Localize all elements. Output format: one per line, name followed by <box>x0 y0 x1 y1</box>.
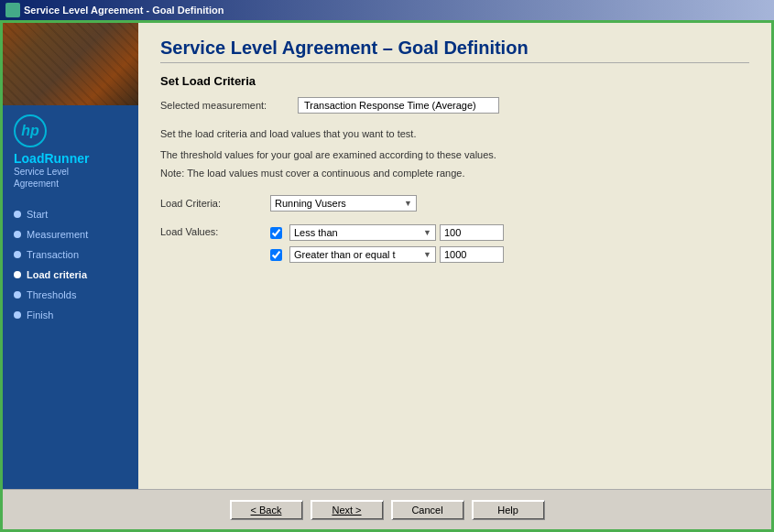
sidebar-item-finish[interactable]: Finish <box>10 305 131 325</box>
load-value-arrow-1: ▼ <box>423 228 431 237</box>
brand-subtitle: Service Level Agreement <box>14 166 69 190</box>
sidebar-item-load-criteria[interactable]: Load criteria <box>10 265 131 285</box>
load-values-label: Load Values: <box>160 224 270 237</box>
load-values-section: Load Values: Less than ▼ <box>160 224 749 263</box>
title-bar: Service Level Agreement - Goal Definitio… <box>0 0 774 20</box>
back-button[interactable]: < Back <box>230 500 303 520</box>
nav-bullet-start <box>14 211 21 218</box>
title-divider <box>160 62 749 63</box>
sidebar-item-start[interactable]: Start <box>10 204 131 224</box>
load-criteria-dropdown[interactable]: Running Vusers ▼ <box>270 195 417 212</box>
load-value-input-1[interactable] <box>440 224 504 241</box>
nav-bullet-finish <box>14 311 21 319</box>
sidebar-item-measurement[interactable]: Measurement <box>10 224 131 244</box>
sidebar-brand: hp LoadRunner Service Level Agreement <box>3 105 138 195</box>
next-button[interactable]: Next > <box>311 500 384 520</box>
desc-line1: Set the load criteria and load values th… <box>160 126 749 142</box>
load-value-checkbox-2[interactable] <box>270 249 282 261</box>
load-value-arrow-2: ▼ <box>423 250 431 259</box>
nav-bullet-measurement <box>14 231 21 238</box>
load-criteria-row: Load Criteria: Running Vusers ▼ <box>160 195 749 212</box>
main-area: hp LoadRunner Service Level Agreement St… <box>3 23 771 489</box>
nav-bullet-thresholds <box>14 291 21 299</box>
load-value-input-2[interactable] <box>440 246 504 263</box>
hp-logo: hp <box>14 114 47 147</box>
load-value-dropdown-1[interactable]: Less than ▼ <box>289 224 436 241</box>
nav-bullet-load-criteria <box>14 271 21 278</box>
content-area: Service Level Agreement – Goal Definitio… <box>138 23 771 489</box>
selected-measurement-value: Transaction Response Time (Average) <box>298 97 499 114</box>
page-title: Service Level Agreement – Goal Definitio… <box>160 38 749 59</box>
load-value-row-1: Less than ▼ <box>270 224 504 241</box>
sidebar-image <box>3 23 138 105</box>
app-icon <box>5 3 20 17</box>
note-line: Note: The load values must cover a conti… <box>160 168 749 179</box>
button-bar: < Back Next > Cancel Help <box>3 489 771 529</box>
desc-line2: The threshold values for your goal are e… <box>160 147 749 163</box>
load-value-checkbox-1[interactable] <box>270 227 282 239</box>
selected-measurement-row: Selected measurement: Transaction Respon… <box>160 97 749 114</box>
load-criteria-arrow: ▼ <box>404 199 412 208</box>
cancel-button[interactable]: Cancel <box>391 500 464 520</box>
outer-border: hp LoadRunner Service Level Agreement St… <box>0 20 774 532</box>
title-bar-text: Service Level Agreement - Goal Definitio… <box>24 5 223 16</box>
load-value-row-2: Greater than or equal t ▼ <box>270 246 504 263</box>
sidebar-item-thresholds[interactable]: Thresholds <box>10 285 131 305</box>
sidebar: hp LoadRunner Service Level Agreement St… <box>3 23 138 489</box>
brand-name: LoadRunner <box>14 151 89 166</box>
load-values-rows: Less than ▼ Greater than or equal t ▼ <box>270 224 504 263</box>
nav-bullet-transaction <box>14 251 21 258</box>
load-criteria-label: Load Criteria: <box>160 198 270 209</box>
nav-items: Start Measurement Transaction Load crite… <box>3 204 138 325</box>
help-button[interactable]: Help <box>472 500 545 520</box>
section-title: Set Load Criteria <box>160 74 749 88</box>
selected-measurement-label: Selected measurement: <box>160 100 298 111</box>
sidebar-item-transaction[interactable]: Transaction <box>10 244 131 265</box>
load-value-dropdown-2[interactable]: Greater than or equal t ▼ <box>289 246 436 263</box>
